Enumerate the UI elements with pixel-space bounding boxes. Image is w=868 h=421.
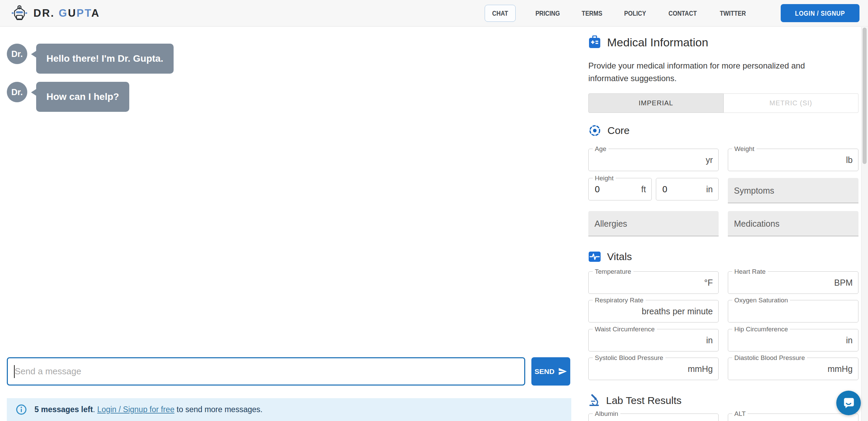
support-chat-widget-button[interactable] — [836, 391, 861, 415]
systolic-bp-field[interactable]: Systolic Blood Pressure mmHg — [588, 358, 719, 380]
send-button[interactable]: SEND — [531, 357, 570, 386]
waist-circumference-field[interactable]: Waist Circumference in — [588, 329, 719, 351]
nav-item-contact[interactable]: CONTACT — [665, 9, 700, 17]
chat-message: Dr. Hello there! I'm Dr. Gupta. — [7, 44, 174, 74]
symptoms-field[interactable]: Symptoms — [728, 178, 858, 203]
top-navigation-bar: DR. GUPTA CHAT PRICING TERMS POLICY CONT… — [0, 0, 868, 27]
weight-label: Weight — [732, 145, 756, 153]
chat-bubble: How can I help? — [36, 82, 129, 112]
dr-gupta-app: DR. GUPTA CHAT PRICING TERMS POLICY CONT… — [0, 0, 868, 421]
allergies-field[interactable]: Allergies — [588, 211, 719, 236]
weight-unit: lb — [846, 155, 853, 165]
medical-information-icon — [588, 35, 601, 49]
temperature-field[interactable]: Temperature °F — [588, 271, 719, 294]
core-icon — [588, 124, 601, 137]
symptoms-label: Symptoms — [734, 185, 774, 195]
scrollbar-thumb[interactable] — [863, 28, 867, 164]
login-signup-button[interactable]: LOGIN / SIGNUP — [781, 4, 859, 22]
units-toggle-metric[interactable]: METRIC (SI) — [724, 93, 859, 113]
medical-information-heading: Medical Information — [588, 35, 708, 49]
age-unit: yr — [706, 155, 713, 165]
robot-doctor-icon — [10, 5, 29, 21]
text-cursor — [14, 365, 15, 378]
messages-left-banner: 5 messages left. Login / Signup for free… — [7, 398, 571, 421]
panel-scrollbar[interactable] — [861, 27, 868, 421]
allergies-label: Allergies — [594, 219, 627, 228]
alt-field[interactable]: ALT — [728, 414, 858, 421]
heart-rate-field[interactable]: Heart Rate BPM — [728, 271, 858, 294]
doctor-avatar: Dr. — [7, 44, 27, 64]
age-label: Age — [593, 145, 608, 153]
medical-information-panel: Medical Information Provide your medical… — [588, 27, 858, 421]
doctor-avatar: Dr. — [7, 82, 27, 102]
brand-wordmark: DR. GUPTA — [33, 7, 100, 19]
brand-logo[interactable]: DR. GUPTA — [10, 5, 100, 21]
height-inches-field[interactable]: 0 in — [656, 178, 719, 200]
main-nav: CHAT PRICING TERMS POLICY CONTACT TWITTE… — [485, 4, 859, 22]
send-icon — [558, 367, 567, 376]
microscope-icon — [588, 394, 600, 407]
nav-item-pricing[interactable]: PRICING — [533, 9, 563, 17]
albumin-field[interactable]: Albumin — [588, 414, 719, 421]
age-field[interactable]: Age yr — [588, 149, 719, 171]
chat-bubble: Hello there! I'm Dr. Gupta. — [36, 44, 174, 74]
core-heading: Core — [588, 124, 630, 137]
message-input[interactable] — [7, 357, 525, 386]
units-toggle: IMPERIAL METRIC (SI) — [588, 93, 858, 113]
respiratory-rate-field[interactable]: Respiratory Rate breaths per minute — [588, 300, 719, 322]
height-feet-unit: ft — [641, 184, 646, 194]
panel-description: Provide your medical information for mor… — [588, 59, 844, 85]
weight-field[interactable]: Weight lb — [728, 149, 858, 171]
vitals-icon — [588, 251, 601, 262]
messages-left-text: 5 messages left. Login / Signup for free… — [34, 405, 263, 414]
height-feet-field[interactable]: Height 0 ft — [588, 178, 652, 200]
chat-bubble-icon — [842, 396, 855, 410]
nav-item-chat[interactable]: CHAT — [485, 5, 516, 22]
info-icon — [16, 404, 27, 415]
medications-field[interactable]: Medications — [728, 211, 858, 236]
nav-item-policy[interactable]: POLICY — [622, 9, 648, 17]
lab-test-results-heading: Lab Test Results — [588, 394, 681, 407]
units-toggle-imperial[interactable]: IMPERIAL — [588, 93, 724, 113]
height-inches-unit: in — [706, 184, 713, 194]
height-label: Height — [593, 175, 616, 182]
vitals-heading: Vitals — [588, 251, 632, 262]
nav-item-terms[interactable]: TERMS — [579, 9, 605, 17]
medications-label: Medications — [734, 219, 779, 228]
chat-message-list: Dr. Hello there! I'm Dr. Gupta. Dr. How … — [7, 44, 174, 112]
oxygen-saturation-field[interactable]: Oxygen Saturation — [728, 300, 858, 322]
diastolic-bp-field[interactable]: Diastolic Blood Pressure mmHg — [728, 358, 858, 380]
chat-message: Dr. How can I help? — [7, 82, 174, 112]
login-signup-link[interactable]: Login / Signup for free — [97, 405, 174, 414]
nav-item-twitter[interactable]: TWITTER — [717, 9, 749, 17]
hip-circumference-field[interactable]: Hip Circumference in — [728, 329, 858, 351]
